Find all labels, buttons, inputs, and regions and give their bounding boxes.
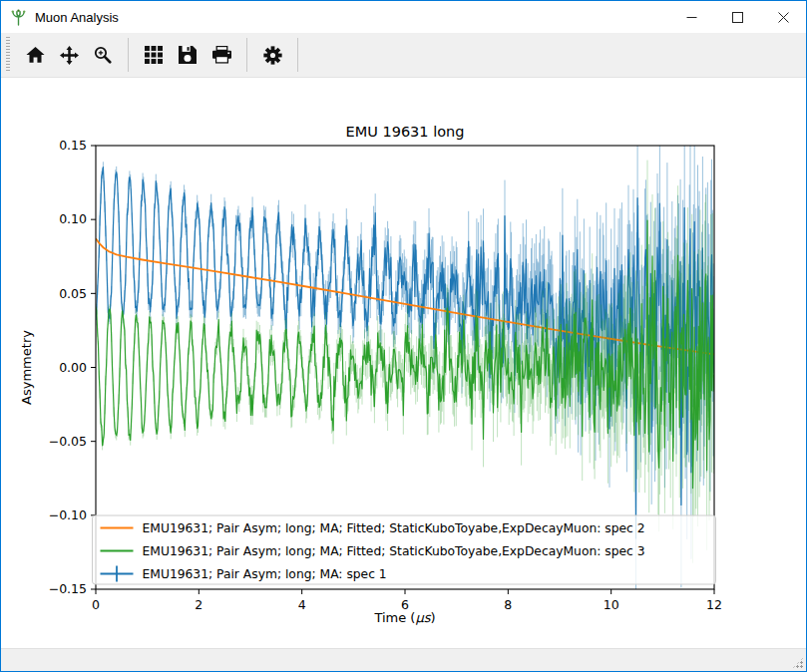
y-tick-label: 0.15 <box>59 138 87 153</box>
plot-title: EMU 19631 long <box>346 124 465 140</box>
toolbar-drag-handle[interactable] <box>6 37 10 73</box>
legend: EMU19631; Pair Asym; long; MA; Fitted; S… <box>93 515 716 584</box>
x-tick-label: 2 <box>195 597 202 612</box>
toolbar-separator <box>297 38 298 72</box>
print-button[interactable] <box>206 39 236 71</box>
close-icon <box>778 12 789 23</box>
maximize-button[interactable] <box>714 1 760 33</box>
pan-icon <box>60 46 79 65</box>
save-icon <box>179 46 197 64</box>
subplots-button[interactable] <box>139 39 169 71</box>
print-icon <box>212 46 231 64</box>
x-tick-label: 10 <box>604 597 619 612</box>
zoom-icon <box>94 46 112 64</box>
plot-svg[interactable]: 0246810120.150.100.050.00−0.05−0.10−0.15… <box>1 78 792 647</box>
settings-gear-icon <box>263 46 282 65</box>
toolbar-separator <box>128 38 129 72</box>
maximize-icon <box>732 12 743 23</box>
y-tick-label: 0.10 <box>59 211 87 226</box>
legend-entry-label: EMU19631; Pair Asym; long; MA: spec 1 <box>143 567 387 581</box>
y-tick-label: −0.15 <box>49 581 87 596</box>
titlebar[interactable]: Muon Analysis <box>1 1 806 33</box>
save-button[interactable] <box>173 39 202 71</box>
y-tick-label: 0.05 <box>59 286 87 301</box>
x-tick-label: 0 <box>92 597 100 612</box>
x-tick-label: 12 <box>706 597 722 612</box>
subplots-grid-icon <box>145 46 163 64</box>
close-button[interactable] <box>760 1 806 33</box>
app-logo-icon <box>10 9 27 26</box>
pan-button[interactable] <box>54 39 84 71</box>
y-axis-label: Asymmetry <box>19 330 34 405</box>
y-tick-label: 0.00 <box>59 360 87 375</box>
home-icon <box>26 47 45 64</box>
minimize-icon <box>686 12 697 23</box>
window-controls <box>668 1 806 33</box>
x-tick-label: 8 <box>504 597 512 612</box>
y-tick-label: −0.10 <box>49 507 87 522</box>
app-window: { "window": { "title": "Muon Analysis" }… <box>0 0 807 672</box>
settings-button[interactable] <box>257 39 287 71</box>
legend-entry-label: EMU19631; Pair Asym; long; MA; Fitted; S… <box>143 521 645 535</box>
plot-toolbar <box>1 33 806 78</box>
y-tick-label: −0.05 <box>49 434 87 449</box>
toolbar-separator <box>246 38 247 72</box>
legend-entry-label: EMU19631; Pair Asym; long; MA; Fitted; S… <box>143 544 645 558</box>
minimize-button[interactable] <box>668 1 714 33</box>
figure-canvas[interactable]: 0246810120.150.100.050.00−0.05−0.10−0.15… <box>1 78 806 648</box>
x-axis-label: Time (μs) <box>373 610 435 625</box>
resize-grip[interactable] <box>792 657 804 669</box>
zoom-button[interactable] <box>88 39 118 71</box>
statusbar <box>1 648 806 671</box>
x-tick-label: 4 <box>298 597 306 612</box>
window-title: Muon Analysis <box>35 10 668 25</box>
home-button[interactable] <box>20 39 50 71</box>
